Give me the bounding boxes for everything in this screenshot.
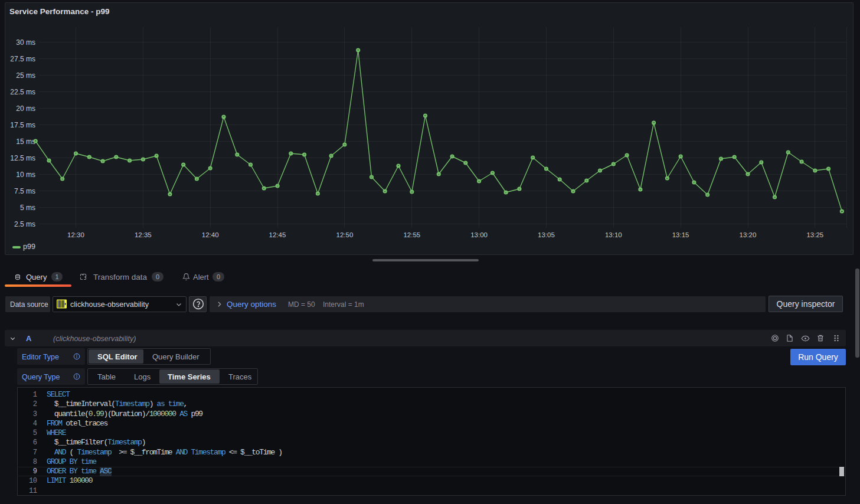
- svg-text:17.5 ms: 17.5 ms: [10, 121, 35, 129]
- svg-text:12:45: 12:45: [269, 231, 286, 238]
- svg-text:20 ms: 20 ms: [16, 104, 35, 113]
- svg-text:10 ms: 10 ms: [16, 171, 35, 179]
- svg-text:12:35: 12:35: [135, 231, 152, 238]
- svg-text:12:50: 12:50: [336, 231, 354, 238]
- svg-text:5 ms: 5 ms: [20, 204, 35, 212]
- svg-text:27.5 ms: 27.5 ms: [10, 55, 35, 63]
- svg-text:13:20: 13:20: [740, 231, 757, 238]
- svg-text:12:30: 12:30: [67, 231, 84, 238]
- svg-text:13:00: 13:00: [470, 231, 488, 238]
- svg-text:22.5 ms: 22.5 ms: [10, 88, 35, 96]
- svg-text:7.5 ms: 7.5 ms: [14, 187, 35, 195]
- svg-text:2.5 ms: 2.5 ms: [14, 220, 35, 228]
- svg-text:12.5 ms: 12.5 ms: [10, 154, 35, 162]
- svg-text:12:40: 12:40: [202, 231, 219, 238]
- svg-text:13:10: 13:10: [605, 231, 622, 238]
- svg-text:30 ms: 30 ms: [16, 38, 35, 47]
- svg-text:13:05: 13:05: [538, 231, 555, 238]
- svg-text:13:15: 13:15: [672, 231, 689, 238]
- svg-text:12:55: 12:55: [403, 231, 420, 238]
- svg-text:13:25: 13:25: [806, 231, 823, 238]
- svg-text:15 ms: 15 ms: [16, 138, 35, 146]
- svg-text:25 ms: 25 ms: [16, 71, 35, 80]
